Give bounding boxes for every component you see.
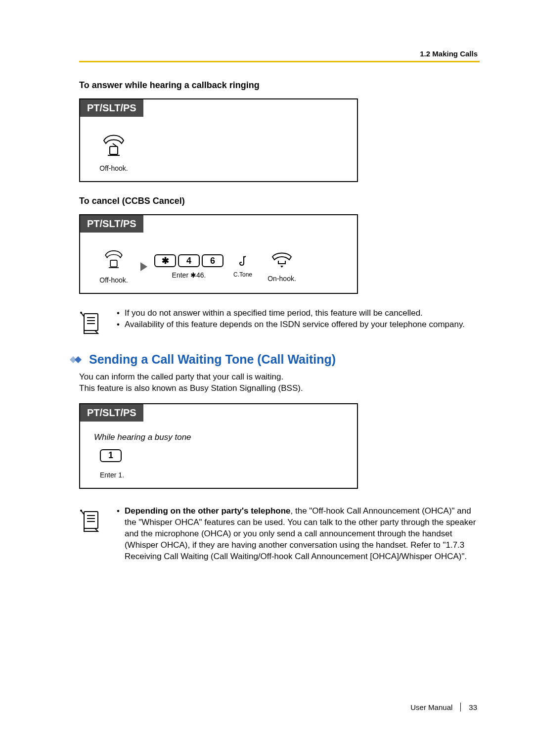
breadcrumb: 1.2 Making Calls bbox=[79, 49, 480, 58]
svg-rect-0 bbox=[110, 146, 118, 154]
section3-intro: You can inform the called party that you… bbox=[79, 372, 480, 394]
svg-point-6 bbox=[80, 312, 82, 314]
step3-label: Enter 1. bbox=[100, 471, 124, 479]
note1-bullet2: Availability of this feature depends on … bbox=[125, 319, 465, 331]
offhook-icon bbox=[100, 134, 128, 160]
instruction-italic: While hearing a busy tone bbox=[94, 432, 343, 442]
step2c-label: On-hook. bbox=[267, 275, 296, 283]
procedure-tab-1: PT/SLT/PS bbox=[80, 99, 143, 117]
confirmation-tone-icon bbox=[238, 255, 248, 270]
key-star: ✱ bbox=[154, 254, 176, 267]
svg-rect-1 bbox=[110, 260, 117, 267]
section1-title: To answer while hearing a callback ringi… bbox=[79, 80, 480, 91]
step2a-label: Off-hook. bbox=[99, 276, 128, 284]
key-4: 4 bbox=[178, 254, 200, 267]
note2-text: Depending on the other party's telephone… bbox=[125, 506, 480, 563]
note-block-2: • Depending on the other party's telepho… bbox=[79, 506, 480, 563]
note1-bullet1: If you do not answer within a specified … bbox=[125, 308, 423, 319]
svg-point-13 bbox=[80, 510, 82, 512]
key-1: 1 bbox=[100, 449, 122, 462]
svg-rect-8 bbox=[75, 356, 82, 363]
note-block-1: •If you do not answer within a specified… bbox=[79, 308, 480, 337]
procedure-box-1: PT/SLT/PS Off-hook. bbox=[79, 98, 358, 182]
footer-page-number: 33 bbox=[469, 703, 477, 711]
procedure-box-2: PT/SLT/PS Off-hook. ✱ bbox=[79, 214, 358, 294]
note-icon bbox=[79, 526, 102, 535]
step1-label: Off-hook. bbox=[99, 164, 128, 172]
diamond-icon bbox=[69, 354, 84, 366]
svg-rect-2 bbox=[84, 314, 98, 331]
section2-title: To cancel (CCBS Cancel) bbox=[79, 196, 480, 206]
divider-rule bbox=[79, 61, 480, 62]
footer-divider bbox=[460, 703, 461, 711]
step2b-label: Enter ✱46. bbox=[172, 271, 206, 279]
procedure-box-3: PT/SLT/PS While hearing a busy tone 1 En… bbox=[79, 403, 358, 489]
note-icon bbox=[79, 329, 102, 337]
svg-rect-9 bbox=[84, 512, 98, 528]
ctone-label: C.Tone bbox=[233, 271, 252, 278]
page-footer: User Manual 33 bbox=[410, 703, 477, 711]
key-6: 6 bbox=[202, 254, 223, 267]
section3-title-row: Sending a Call Waiting Tone (Call Waitin… bbox=[69, 352, 480, 367]
section3-title: Sending a Call Waiting Tone (Call Waitin… bbox=[89, 352, 336, 367]
procedure-tab-2: PT/SLT/PS bbox=[80, 215, 143, 233]
footer-label: User Manual bbox=[410, 703, 452, 711]
procedure-tab-3: PT/SLT/PS bbox=[80, 404, 143, 422]
arrow-icon bbox=[140, 262, 147, 271]
onhook-icon bbox=[269, 251, 294, 271]
offhook-icon bbox=[102, 249, 126, 272]
